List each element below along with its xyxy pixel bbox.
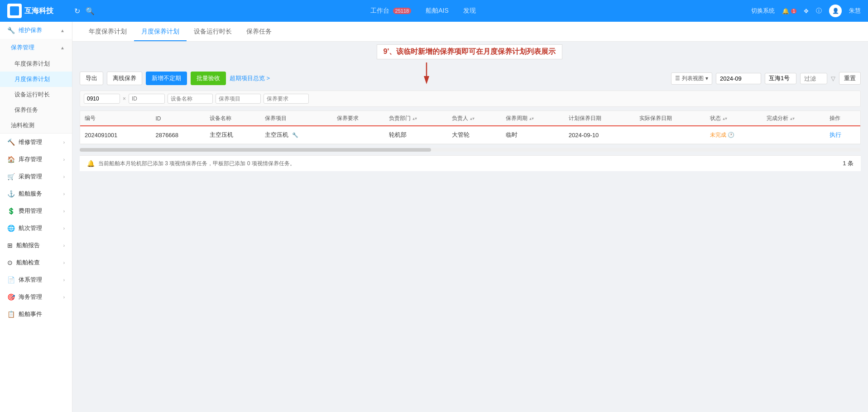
cell-action[interactable]: 执行 [825, 126, 860, 144]
row-dept: 轮机部 [389, 131, 407, 138]
scroll-thumb[interactable] [80, 148, 431, 152]
sidebar-item-system[interactable]: 📄 体系管理 › [0, 271, 72, 288]
sidebar-item-voyage[interactable]: 🌐 航次管理 › [0, 220, 72, 237]
tab-equipment[interactable]: 设备运行时长 [187, 23, 239, 41]
sidebar-item-purchase[interactable]: 🛒 采购管理 › [0, 168, 72, 185]
sidebar-label-mgmt: 保养管理 [11, 43, 34, 52]
sidebar-item-maintenance[interactable]: 🔧 维护保养 ▲ [0, 22, 72, 39]
fullscreen-icon[interactable]: ✥ [804, 8, 809, 14]
nav-ship-ais[interactable]: 船舶AIS [426, 7, 449, 15]
cell-item: 主空压机 🔧 [260, 126, 332, 144]
filter-device-input[interactable] [168, 94, 213, 104]
date-input[interactable] [716, 73, 761, 84]
col-action: 操作 [825, 111, 860, 126]
tab-task[interactable]: 保养任务 [239, 23, 279, 41]
cell-number: 2024091001 [80, 126, 151, 144]
col-analysis-label: 完成分析 [767, 115, 788, 122]
user-name[interactable]: 朱慧 [849, 7, 861, 15]
col-cycle[interactable]: 保养周期 ▴▾ [501, 111, 564, 126]
export-button[interactable]: 导出 [80, 72, 103, 85]
reset-button[interactable]: 重置 [839, 72, 861, 85]
sort-analysis-icon: ▴▾ [790, 116, 795, 121]
tab-monthly[interactable]: 月度保养计划 [134, 23, 187, 41]
col-req-label: 保养要求 [337, 115, 359, 121]
page-content: 9'、该临时新增的保养项即可在月度保养计划列表展示 导出 离线保养 新增不定期 … [72, 42, 868, 412]
sidebar-item-maintenance-mgmt[interactable]: 保养管理 ▲ [0, 39, 72, 56]
row-item: 主空压机 [265, 131, 288, 138]
table-body: 2024091001 2876668 主空压机 主空压机 🔧 [80, 126, 860, 144]
sidebar-label-repair: 维修管理 [19, 138, 42, 146]
ship-select[interactable] [765, 73, 796, 84]
filter-input[interactable] [800, 73, 827, 84]
col-status[interactable]: 状态 ▴▾ [705, 111, 762, 126]
sea-icon: 🎯 [7, 293, 15, 301]
annotation-text: 9'、该临时新增的保养项即可在月度保养计划列表展示 [377, 44, 563, 59]
offline-maintenance-button[interactable]: 离线保养 [107, 72, 142, 85]
sidebar: 🔧 维护保养 ▲ 保养管理 ▲ 年度保养计划 月度保养计划 设备运行时长 保养任… [0, 22, 72, 412]
sidebar-item-maintenance-task[interactable]: 保养任务 [0, 102, 72, 118]
horizontal-scrollbar[interactable] [80, 148, 861, 152]
sidebar-item-ship-report[interactable]: ⊞ 船舶报告 › [0, 237, 72, 254]
new-unscheduled-button[interactable]: 新增不定期 [146, 72, 187, 85]
system-icon: 📄 [7, 276, 15, 283]
filter-clear-icon[interactable]: × [123, 96, 126, 102]
nav-workbench[interactable]: 工作台 25118 [370, 7, 411, 15]
col-item: 保养项目 [260, 111, 332, 126]
filter-id-input[interactable] [129, 94, 165, 104]
app-layout: 🔧 维护保养 ▲ 保养管理 ▲ 年度保养计划 月度保养计划 设备运行时长 保养任… [0, 22, 868, 412]
toolbar-right: ☰ 列表视图 ▾ ▽ 重置 [671, 72, 861, 85]
filter-req-input[interactable] [264, 94, 309, 104]
table-row: 2024091001 2876668 主空压机 主空压机 🔧 [80, 126, 860, 144]
sidebar-item-annual-plan[interactable]: 年度保养计划 [0, 56, 72, 72]
sidebar-item-repair[interactable]: 🔨 维修管理 › [0, 134, 72, 151]
cell-actual-date [635, 126, 705, 144]
col-dept[interactable]: 负责部门 ▴▾ [384, 111, 447, 126]
table-wrapper: 编号 ID 设备名称 保养项目 保养要求 负责部门 ▴▾ [80, 110, 861, 144]
filter-icon[interactable]: ▽ [831, 75, 835, 82]
col-number: 编号 [80, 111, 151, 126]
chevron-down-icon: ▲ [60, 28, 65, 33]
sidebar-item-oil-detection[interactable]: 油料检测 [0, 118, 72, 133]
maintenance-icon: 🔧 [7, 27, 15, 34]
col-actual-date-label: 实际保养日期 [639, 115, 672, 121]
nav-discover[interactable]: 发现 [463, 7, 476, 15]
sidebar-item-ship-service[interactable]: ⚓ 船舶服务 › [0, 185, 72, 202]
batch-accept-button[interactable]: 批量验收 [191, 72, 226, 85]
cell-req [332, 126, 384, 144]
ship-event-icon: 📋 [7, 311, 15, 318]
main-content: 年度保养计划 月度保养计划 设备运行时长 保养任务 9'、该临时新增的保养项即可… [72, 22, 868, 412]
search-icon[interactable]: 🔍 [86, 7, 95, 15]
sidebar-item-sea[interactable]: 🎯 海务管理 › [0, 288, 72, 306]
switch-system-btn[interactable]: 切换系统 [751, 7, 775, 15]
warehouse-icon: 🏠 [7, 156, 15, 163]
notification-icon[interactable]: 🔔1 [782, 8, 796, 14]
col-item-label: 保养项目 [265, 115, 287, 121]
sidebar-item-warehouse[interactable]: 🏠 库存管理 › [0, 151, 72, 168]
sidebar-label-system: 体系管理 [19, 276, 42, 284]
sort-cycle-icon: ▴▾ [529, 116, 534, 121]
back-icon[interactable]: ↻ [74, 7, 80, 15]
sidebar-item-ship-event[interactable]: 📋 船舶事件 [0, 306, 72, 323]
sidebar-item-ship-inspection[interactable]: ⊙ 船舶检查 › [0, 254, 72, 271]
view-select[interactable]: ☰ 列表视图 ▾ [671, 72, 712, 85]
cell-plan-date: 2024-09-10 [564, 126, 635, 144]
sidebar-item-equipment-runtime[interactable]: 设备运行时长 [0, 87, 72, 102]
help-icon[interactable]: ⓘ [816, 7, 822, 15]
filter-item-input[interactable] [216, 94, 261, 104]
filter-number-input[interactable] [84, 94, 120, 104]
sidebar-item-fee[interactable]: 💲 费用管理 › [0, 202, 72, 220]
chevron-down-mgmt-icon: ▲ [60, 45, 65, 50]
col-analysis[interactable]: 完成分析 ▴▾ [762, 111, 825, 126]
cell-analysis [762, 126, 825, 144]
nav-center: 工作台 25118 船舶AIS 发现 [95, 7, 751, 15]
sidebar-item-monthly-plan[interactable]: 月度保养计划 [0, 72, 72, 87]
col-device-label: 设备名称 [210, 115, 231, 121]
avatar[interactable]: 👤 [829, 5, 842, 17]
tab-annual[interactable]: 年度保养计划 [82, 23, 134, 41]
cell-id: 2876668 [151, 126, 205, 144]
overdue-overview-link[interactable]: 超期项目总览 > [230, 74, 270, 82]
col-person[interactable]: 负责人 ▴▾ [447, 111, 501, 126]
view-label: 列表视图 [682, 75, 704, 82]
cell-device: 主空压机 [205, 126, 260, 144]
execute-action-link[interactable]: 执行 [830, 131, 841, 138]
